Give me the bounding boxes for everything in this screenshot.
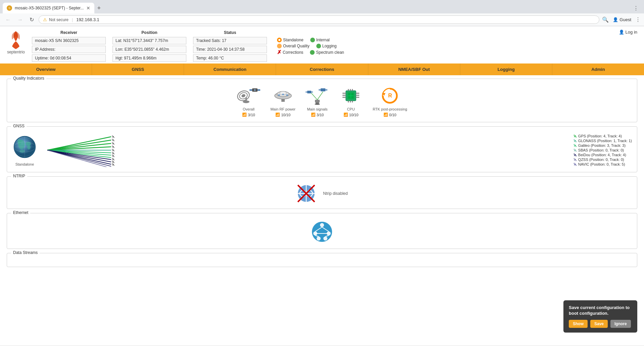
overall-label: Overall xyxy=(243,107,255,111)
reload-button[interactable]: ↻ xyxy=(28,16,36,24)
main-signals-icon xyxy=(306,86,329,106)
receiver-label: Receiver xyxy=(32,30,106,36)
ntrip-network-icon xyxy=(296,183,316,204)
toast-show-button[interactable]: Show xyxy=(569,320,588,328)
corrections-label: Corrections xyxy=(283,50,303,55)
svg-rect-36 xyxy=(342,95,346,96)
qzss-legend-icon: 🛰 xyxy=(573,158,577,162)
svg-rect-29 xyxy=(348,89,349,91)
quality-indicators-title: Quality Indicators xyxy=(11,76,46,81)
gps-legend-item: 🛰 GPS (Position: 4, Track: 4) xyxy=(573,134,632,138)
toast-message: Save current configuration to boot confi… xyxy=(569,305,632,316)
svg-rect-21 xyxy=(325,89,327,91)
svg-rect-19 xyxy=(321,88,325,91)
quality-cpu: CPU 📶 10/10 xyxy=(339,86,363,117)
ntrip-disabled-label: Ntrip disabled xyxy=(323,191,348,196)
toast-ignore-button[interactable]: Ignore xyxy=(610,320,631,328)
browser-tab[interactable]: S mosaic-X5-3602325 (SEPT) - Septer... ✕ xyxy=(3,3,94,13)
ip-address-field: IP Address: xyxy=(32,46,106,53)
svg-point-52 xyxy=(19,149,25,153)
rtk-score: 📶 0/10 xyxy=(383,113,396,117)
internal-status: Internal xyxy=(310,38,330,42)
svg-rect-35 xyxy=(342,93,346,94)
nav-overview[interactable]: Overview xyxy=(0,63,92,75)
receiver-serial-field: mosaic-X5 S/N 3602325 xyxy=(32,37,106,44)
user-area[interactable]: 👤 Guest xyxy=(613,17,631,22)
corrections-status: ✗ Corrections xyxy=(277,50,303,55)
corrections-x-icon: ✗ xyxy=(277,50,281,55)
glonass-legend-text: GLONASS (Position: 1, Track: 1) xyxy=(578,139,632,143)
tracked-sats-field: Tracked Sats: 17 xyxy=(193,37,267,44)
user-label: Guest xyxy=(619,17,631,22)
uptime-field: Uptime: 0d 00:08:54 xyxy=(32,54,106,62)
address-bar[interactable]: ⚠ Not secure | 192.168.3.1 xyxy=(39,15,599,24)
glonass-legend-icon: 🛰 xyxy=(573,139,577,143)
quality-items: Overall 📶 3/10 xyxy=(12,86,632,117)
main-signals-score: 📶 3/10 xyxy=(311,113,324,117)
svg-rect-16 xyxy=(307,91,311,93)
svg-point-4 xyxy=(241,94,246,98)
data-streams-title: Data Streams xyxy=(11,250,40,255)
position-label: Position xyxy=(112,30,186,36)
rtk-processing-icon: R xyxy=(378,86,402,106)
nav-gnss[interactable]: GNSS xyxy=(92,63,184,75)
toast-notification: Save current configuration to boot confi… xyxy=(563,300,637,333)
svg-line-67 xyxy=(47,150,111,162)
search-button[interactable]: 🔍 xyxy=(602,16,609,23)
nav-logging[interactable]: Logging xyxy=(460,63,552,75)
svg-line-22 xyxy=(311,93,317,100)
gps-legend-text: GPS (Position: 4, Track: 4) xyxy=(578,134,622,138)
svg-line-23 xyxy=(317,92,323,100)
svg-point-15 xyxy=(286,94,288,96)
glonass-legend-item: 🛰 GLONASS (Position: 1, Track: 1) xyxy=(573,139,632,143)
cpu-score: 📶 10/10 xyxy=(343,113,359,117)
browser-menu-button[interactable]: ⋮ xyxy=(635,16,641,23)
toast-save-button[interactable]: Save xyxy=(590,320,608,328)
nav-nmea-sbf-out[interactable]: NMEA/SBF Out xyxy=(368,63,460,75)
svg-text:🛰: 🛰 xyxy=(112,154,115,158)
toolbar-icons: 🔍 👤 Guest ⋮ xyxy=(602,16,641,23)
quality-rtk: R RTK post-processing 📶 0/10 xyxy=(373,86,407,117)
svg-point-51 xyxy=(27,145,31,149)
tab-title: mosaic-X5-3602325 (SEPT) - Septer... xyxy=(15,6,84,10)
main-rf-icon xyxy=(271,86,295,106)
quality-main-rf: Main RF power 📶 10/10 xyxy=(270,86,295,117)
galileo-legend-text: Galileo (Position: 3, Track: 3) xyxy=(578,143,626,147)
svg-text:🛰: 🛰 xyxy=(112,148,115,152)
svg-rect-31 xyxy=(352,89,353,91)
logging-label: Logging xyxy=(322,44,337,48)
forward-button[interactable]: → xyxy=(15,16,25,24)
standalone-label: Standalone xyxy=(283,38,304,42)
new-tab-button[interactable]: + xyxy=(94,5,103,12)
ntrip-section: NTRIP Ntrip disabled xyxy=(7,176,637,209)
sbas-legend-icon: 🛰 xyxy=(573,148,577,152)
overall-quality-status: Overall Quality xyxy=(277,44,310,48)
svg-rect-40 xyxy=(356,97,359,98)
svg-text:🛰: 🛰 xyxy=(112,138,115,142)
receiver-column: Receiver mosaic-X5 S/N 3602325 IP Addres… xyxy=(32,30,106,62)
status-indicators: Standalone Internal Overall Quality Logg… xyxy=(274,30,344,62)
browser-toolbar: ← → ↻ ⚠ Not secure | 192.168.3.1 🔍 👤 Gue… xyxy=(0,13,644,26)
browser-menu-icon[interactable]: ⋮ xyxy=(631,5,641,11)
login-button[interactable]: 👤 Log in xyxy=(619,30,637,35)
internal-label: Internal xyxy=(316,38,330,42)
data-streams-section: Data Streams xyxy=(7,253,637,267)
nav-admin[interactable]: Admin xyxy=(552,63,644,75)
qzss-legend-item: 🛰 QZSS (Position: 0, Track: 0) xyxy=(573,158,632,162)
ntrip-section-content: Ntrip disabled xyxy=(7,177,637,209)
status-row-3: ✗ Corrections Spectrum clean xyxy=(277,50,344,55)
back-button[interactable]: ← xyxy=(3,16,13,24)
globe-icon xyxy=(12,134,37,160)
tab-close-button[interactable]: ✕ xyxy=(86,5,90,11)
nav-corrections[interactable]: Corrections xyxy=(276,63,368,75)
hgt-field: Hgt: 971.495m 8.966m xyxy=(112,54,186,62)
nav-communication[interactable]: Communication xyxy=(184,63,276,75)
site-header: septentrio Receiver mosaic-X5 S/N 360232… xyxy=(0,26,644,63)
quality-section-content: Overall 📶 3/10 xyxy=(7,79,637,122)
data-streams-content xyxy=(7,253,637,267)
gnss-signal-visualization: 🛰 🛰 🛰 🛰 🛰 🛰 🛰 🛰 🛰 🛰 xyxy=(44,133,567,167)
svg-text:🛰: 🛰 xyxy=(112,135,115,138)
main-rf-score: 📶 10/10 xyxy=(275,113,290,117)
galileo-legend-item: 🛰 Galileo (Position: 3, Track: 3) xyxy=(573,143,632,147)
svg-rect-38 xyxy=(356,93,359,94)
